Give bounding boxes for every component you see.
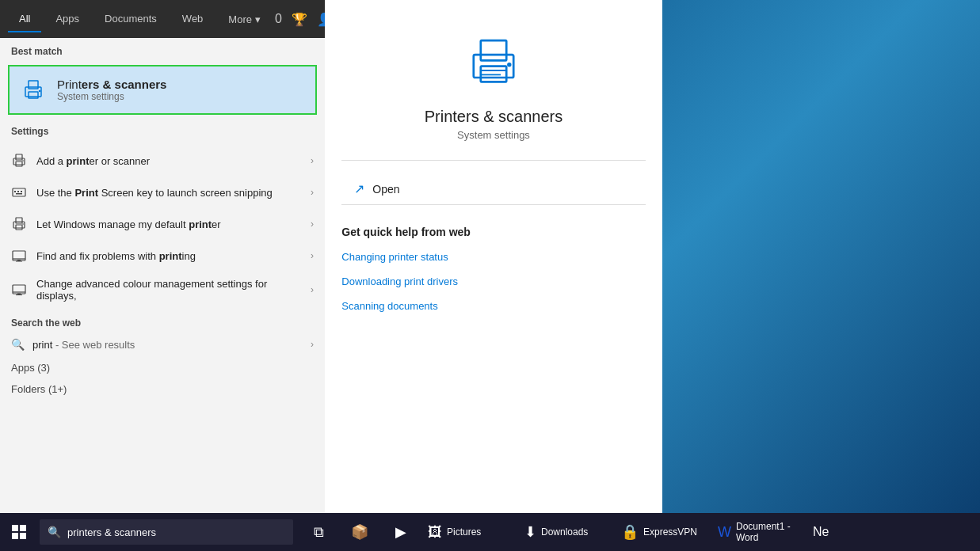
default-printer-arrow: › [311,218,314,230]
svg-rect-24 [16,294,22,295]
tab-all[interactable]: All [8,6,41,32]
quick-help-label: Get quick help from web [341,226,645,238]
detail-divider [341,160,645,161]
tab-documents[interactable]: Documents [93,6,168,32]
printer-default-icon [11,217,27,231]
apps-count[interactable]: Apps (3) [0,357,325,378]
open-label: Open [372,183,399,196]
search-results-panel: All Apps Documents Web More ▾ 0 🏆 👤 ··· … [0,0,325,513]
downloads-label: Downloads [541,526,588,538]
web-search-text: print - See web results [32,339,303,351]
pinned-expressvpn[interactable]: 🔒 ExpressVPN [613,513,708,551]
pinned-pictures[interactable]: 🖼 Pictures [420,513,515,551]
print-screen-arrow: › [311,187,314,198]
settings-label: Settings [0,118,325,142]
tab-apps[interactable]: Apps [44,6,90,32]
best-match-label: Best match [0,38,325,62]
tab-bar: All Apps Documents Web More ▾ 0 🏆 👤 ··· [0,0,325,38]
troubleshoot-icon [11,249,27,263]
open-icon: ↗ [354,181,364,196]
best-match-title: Printers & scanners [57,78,166,91]
settings-print-screen[interactable]: Use the Print Screen key to launch scree… [0,177,325,208]
windows-logo-icon [12,525,26,539]
settings-section: Add a printer or scanner › Use the Print… [0,142,325,311]
web-search-arrow: › [311,339,314,350]
printer-icon [21,79,46,101]
fix-printing-arrow: › [311,250,314,261]
taskbar-pinned-apps: 🖼 Pictures ⬇ Downloads 🔒 ExpressVPN W Do… [420,513,805,551]
pictures-label: Pictures [447,526,481,538]
pinned-downloads[interactable]: ⬇ Downloads [517,513,612,551]
tab-web[interactable]: Web [171,6,215,32]
detail-divider-2 [341,204,645,205]
svg-rect-6 [16,162,22,166]
svg-point-28 [507,63,511,66]
start-button[interactable] [0,513,38,551]
quick-help-printer-status[interactable]: Changing printer status [341,245,645,269]
add-printer-text: Add a printer or scanner [36,155,301,167]
svg-rect-26 [481,40,506,60]
svg-point-16 [22,223,24,225]
best-match-subtitle: System settings [57,91,166,102]
svg-rect-5 [16,154,22,160]
system-tray: Ne [805,525,837,539]
colour-mgmt-arrow: › [311,284,314,295]
desktop: All Apps Documents Web More ▾ 0 🏆 👤 ··· … [0,0,980,551]
keyboard-icon [11,185,27,200]
svg-rect-10 [17,191,19,192]
best-match-item[interactable]: Printers & scanners System settings [8,65,317,115]
quick-help-scanning[interactable]: Scanning documents [341,294,645,318]
right-detail-panel: Printers & scanners System settings ↗ Op… [325,0,662,513]
taskbar-search-icon: 🔍 [48,526,61,538]
taskbar: 🔍 ⧉ 📦 ▶ 🖼 Pictures ⬇ Downloads 🔒 Express… [0,513,980,551]
open-button[interactable]: ↗ Open [341,173,645,204]
svg-rect-20 [16,261,22,262]
add-printer-arrow: › [311,155,314,166]
badge-icon[interactable]: 0 [275,12,282,26]
best-match-text: Printers & scanners System settings [57,78,166,102]
store-button[interactable]: 📦 [341,513,379,551]
printer-small-icon [11,154,27,168]
svg-rect-15 [16,225,22,230]
detail-title: Printers & scanners [425,108,563,126]
search-web-icon: 🔍 [11,338,25,351]
colour-mgmt-text: Change advanced colour management settin… [36,278,301,302]
display-icon [11,283,27,297]
svg-rect-2 [29,92,38,98]
svg-point-3 [39,89,40,91]
detail-printer-icon [462,32,525,95]
word-icon: W [718,524,731,541]
svg-rect-9 [14,191,16,192]
word-label: Document1 - Word [736,521,797,543]
pictures-icon: 🖼 [428,524,442,541]
expressvpn-icon: 🔒 [621,523,639,541]
settings-colour-management[interactable]: Change advanced colour management settin… [0,272,325,308]
svg-point-7 [22,160,24,162]
media-player-button[interactable]: ▶ [382,513,420,551]
settings-fix-printing[interactable]: Find and fix problems with printing › [0,240,325,272]
quick-help-print-drivers[interactable]: Downloading print drivers [341,269,645,294]
taskbar-search-input[interactable] [67,526,285,538]
web-section-label: Search the web [0,311,325,332]
default-printer-text: Let Windows manage my default printer [36,218,301,230]
taskbar-search-box[interactable]: 🔍 [40,519,293,545]
task-view-button[interactable]: ⧉ [299,513,337,551]
downloads-icon: ⬇ [524,523,536,541]
pinned-word[interactable]: W Document1 - Word [710,513,805,551]
tab-more[interactable]: More ▾ [217,7,272,32]
notification-icon[interactable]: Ne [813,525,829,539]
svg-rect-11 [21,191,22,192]
print-screen-text: Use the Print Screen key to launch scree… [36,187,301,199]
detail-subtitle: System settings [457,129,530,141]
settings-default-printer[interactable]: Let Windows manage my default printer › [0,208,325,240]
svg-rect-14 [16,218,22,223]
svg-rect-12 [16,193,22,195]
web-search-item[interactable]: 🔍 print - See web results › [0,332,325,357]
folders-count[interactable]: Folders (1+) [0,378,325,400]
expressvpn-label: ExpressVPN [643,526,697,538]
trophy-icon[interactable]: 🏆 [292,12,307,27]
settings-add-printer[interactable]: Add a printer or scanner › [0,145,325,177]
taskbar-items: ⧉ 📦 ▶ [299,513,420,551]
fix-printing-text: Find and fix problems with printing [36,250,301,262]
